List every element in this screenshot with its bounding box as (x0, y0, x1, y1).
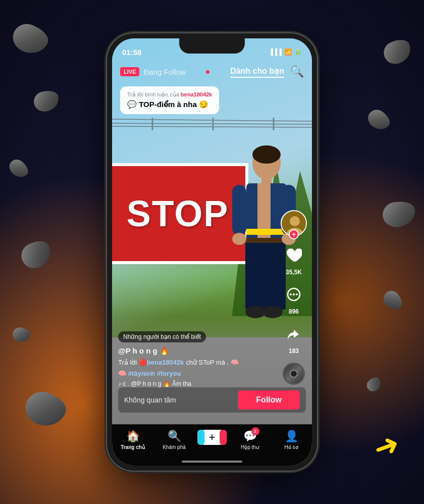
svg-point-25 (293, 293, 295, 295)
nav-label-home: Trang chủ (121, 444, 145, 450)
reply-text: TOP-điểm à nha 😏 (139, 100, 208, 109)
home-icon: 🏠 (126, 430, 140, 443)
share-action[interactable]: 183 (283, 323, 305, 355)
caption-line2: 🧠 #tâyninh #foryou (118, 369, 277, 378)
phone-screen: STOP (112, 38, 312, 466)
nav-label-explore: Khám phá (163, 444, 186, 450)
follow-banner: Không quan tâm Follow (118, 387, 306, 413)
profile-icon: 👤 (285, 430, 298, 443)
status-icons: ▐▐▐ 📶 🔋 (269, 48, 302, 56)
nav-item-inbox[interactable]: 💬 2 Hộp thư (235, 430, 265, 450)
comment-icon (283, 284, 305, 306)
plus-icon: + (209, 431, 216, 444)
mention-user[interactable]: 🔴bena18042k (139, 359, 184, 366)
music-info[interactable]: ♪ c . @P h o n g 🔥 Âm tha (118, 380, 277, 387)
bottom-navigation: 🏠 Trang chủ 🔍 Khám phá + 💬 (112, 424, 312, 466)
music-action[interactable] (283, 363, 305, 385)
svg-point-26 (296, 293, 298, 295)
comment-reply-box: Trả lời bình luận của bena18042k 💬 TOP-đ… (120, 86, 219, 114)
live-badge[interactable]: LIVE (120, 67, 139, 76)
nav-item-explore[interactable]: 🔍 Khám phá (159, 430, 189, 450)
inbox-icon-container: 💬 2 (243, 430, 257, 443)
like-count: 35,5K (286, 269, 302, 276)
top-navigation: LIVE Đang Follow Dành cho bạn 🔍 (112, 61, 312, 83)
wifi-icon: 📶 (284, 48, 292, 56)
follow-button[interactable]: Follow (238, 390, 300, 410)
heart-icon (286, 247, 302, 264)
status-time: 01:58 (122, 48, 141, 57)
not-interested-label[interactable]: Không quan tâm (124, 396, 176, 404)
phone-notch (179, 38, 245, 54)
comment-count: 896 (289, 308, 299, 315)
nav-left: LIVE Đang Follow (120, 67, 186, 76)
reply-label-text: Trả lời bình luận của (127, 91, 179, 97)
nav-item-home[interactable]: 🏠 Trang chủ (118, 430, 148, 450)
reply-content: 💬 TOP-điểm à nha 😏 (127, 100, 212, 109)
nav-dot (206, 70, 209, 74)
comment-action[interactable]: 896 (283, 284, 305, 315)
creator-name[interactable]: @P h o n g 🔥 (118, 346, 277, 356)
nav-label-inbox: Hộp thư (241, 444, 259, 450)
share-arrow-icon (286, 327, 301, 342)
music-disc-inner (290, 370, 298, 378)
signal-icon: ▐▐▐ (269, 48, 282, 56)
svg-point-21 (290, 216, 300, 226)
caption-line1: Trả lời 🔴bena18042k chữ SToP mà . 🧠 (118, 358, 277, 367)
inbox-badge: 2 (251, 427, 259, 435)
tiktok-ui-overlay: 01:58 ▐▐▐ 📶 🔋 LIVE Đang Follow Dành cho … (112, 38, 312, 466)
nav-label-profile: Hồ sơ (285, 444, 298, 450)
comment-bubble-icon (286, 287, 301, 303)
music-disc (283, 363, 305, 385)
people-badge: Những người bạn có thể biết (118, 331, 206, 342)
home-indicator (182, 461, 242, 463)
right-actions: + 35,5K (281, 210, 307, 385)
reply-label: Trả lời bình luận của bena18042k (127, 91, 212, 98)
share-count: 183 (289, 347, 299, 355)
bottom-content-info: Những người bạn có thể biết @P h o n g 🔥… (118, 331, 277, 387)
add-button[interactable]: + (200, 430, 224, 445)
nav-item-add[interactable]: + (200, 430, 224, 445)
svg-point-24 (290, 293, 292, 295)
avatar-follow-plus[interactable]: + (289, 229, 299, 239)
explore-icon: 🔍 (168, 430, 181, 443)
phone-frame: STOP (106, 32, 318, 472)
share-icon (283, 323, 305, 345)
search-icon[interactable]: 🔍 (290, 65, 304, 78)
nav-following[interactable]: Đang Follow (143, 68, 185, 76)
battery-icon: 🔋 (294, 48, 302, 56)
reply-icon: 💬 (127, 100, 139, 109)
like-action[interactable]: 35,5K (283, 244, 305, 276)
nav-right: Dành cho bạn 🔍 (230, 65, 304, 78)
reply-user: bena18042k (181, 91, 212, 97)
nav-for-you[interactable]: Dành cho bạn (230, 66, 284, 78)
creator-avatar[interactable]: + (281, 210, 307, 236)
like-icon (283, 244, 305, 267)
hashtag-foryou[interactable]: #foryou (157, 370, 181, 377)
nav-center (202, 70, 214, 74)
nav-item-profile[interactable]: 👤 Hồ sơ (276, 430, 306, 450)
hashtag-tayninh[interactable]: #tâyninh (128, 370, 155, 377)
